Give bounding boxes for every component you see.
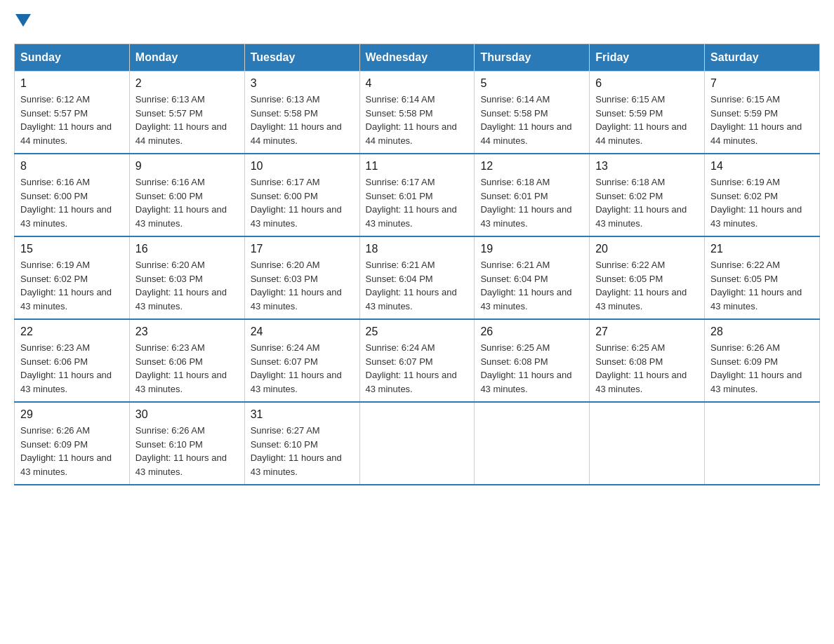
calendar-cell: 20 Sunrise: 6:22 AM Sunset: 6:05 PM Dayl… xyxy=(590,236,705,319)
day-number: 9 xyxy=(135,160,239,173)
day-info: Sunrise: 6:22 AM Sunset: 6:05 PM Dayligh… xyxy=(710,258,814,313)
day-number: 2 xyxy=(135,77,239,90)
day-info: Sunrise: 6:17 AM Sunset: 6:01 PM Dayligh… xyxy=(366,175,469,230)
calendar-cell: 13 Sunrise: 6:18 AM Sunset: 6:02 PM Dayl… xyxy=(590,154,705,236)
calendar-cell: 4 Sunrise: 6:14 AM Sunset: 5:58 PM Dayli… xyxy=(359,72,475,154)
calendar-cell: 23 Sunrise: 6:23 AM Sunset: 6:06 PM Dayl… xyxy=(129,319,244,402)
calendar-header-row: SundayMondayTuesdayWednesdayThursdayFrid… xyxy=(15,44,820,72)
calendar-cell: 22 Sunrise: 6:23 AM Sunset: 6:06 PM Dayl… xyxy=(15,319,130,402)
calendar-cell: 29 Sunrise: 6:26 AM Sunset: 6:09 PM Dayl… xyxy=(15,402,130,485)
calendar-cell xyxy=(705,402,820,485)
day-number: 10 xyxy=(251,160,354,173)
day-info: Sunrise: 6:22 AM Sunset: 6:05 PM Dayligh… xyxy=(595,258,699,313)
calendar-week-row: 22 Sunrise: 6:23 AM Sunset: 6:06 PM Dayl… xyxy=(15,319,820,402)
calendar-cell: 16 Sunrise: 6:20 AM Sunset: 6:03 PM Dayl… xyxy=(129,236,244,319)
day-number: 8 xyxy=(20,160,124,173)
day-info: Sunrise: 6:24 AM Sunset: 6:07 PM Dayligh… xyxy=(366,341,469,396)
day-info: Sunrise: 6:25 AM Sunset: 6:08 PM Dayligh… xyxy=(480,341,583,396)
day-info: Sunrise: 6:27 AM Sunset: 6:10 PM Dayligh… xyxy=(251,424,354,478)
header-thursday: Thursday xyxy=(475,44,590,72)
calendar-cell: 2 Sunrise: 6:13 AM Sunset: 5:57 PM Dayli… xyxy=(129,72,244,154)
calendar-cell xyxy=(475,402,590,485)
day-number: 12 xyxy=(480,160,583,173)
day-number: 19 xyxy=(480,243,583,255)
day-number: 4 xyxy=(366,77,469,90)
day-info: Sunrise: 6:19 AM Sunset: 6:02 PM Dayligh… xyxy=(20,258,124,313)
calendar-cell: 5 Sunrise: 6:14 AM Sunset: 5:58 PM Dayli… xyxy=(475,72,590,154)
day-number: 7 xyxy=(710,77,814,90)
calendar-week-row: 1 Sunrise: 6:12 AM Sunset: 5:57 PM Dayli… xyxy=(15,72,820,154)
day-number: 17 xyxy=(251,243,354,255)
day-info: Sunrise: 6:18 AM Sunset: 6:01 PM Dayligh… xyxy=(480,175,583,230)
day-number: 1 xyxy=(20,77,124,90)
calendar-cell: 7 Sunrise: 6:15 AM Sunset: 5:59 PM Dayli… xyxy=(705,72,820,154)
calendar-cell: 6 Sunrise: 6:15 AM Sunset: 5:59 PM Dayli… xyxy=(590,72,705,154)
calendar-week-row: 8 Sunrise: 6:16 AM Sunset: 6:00 PM Dayli… xyxy=(15,154,820,236)
day-info: Sunrise: 6:18 AM Sunset: 6:02 PM Dayligh… xyxy=(595,175,699,230)
day-info: Sunrise: 6:16 AM Sunset: 6:00 PM Dayligh… xyxy=(135,175,239,230)
day-info: Sunrise: 6:14 AM Sunset: 5:58 PM Dayligh… xyxy=(480,93,583,147)
day-number: 21 xyxy=(710,243,814,255)
day-info: Sunrise: 6:26 AM Sunset: 6:09 PM Dayligh… xyxy=(20,424,124,478)
logo-triangle-icon xyxy=(15,14,31,29)
day-info: Sunrise: 6:17 AM Sunset: 6:00 PM Dayligh… xyxy=(251,175,354,230)
calendar-cell: 3 Sunrise: 6:13 AM Sunset: 5:58 PM Dayli… xyxy=(244,72,359,154)
day-number: 11 xyxy=(366,160,469,173)
day-number: 29 xyxy=(20,408,124,421)
svg-marker-0 xyxy=(15,14,31,27)
day-number: 20 xyxy=(595,243,699,255)
day-info: Sunrise: 6:20 AM Sunset: 6:03 PM Dayligh… xyxy=(251,258,354,313)
calendar-cell: 8 Sunrise: 6:16 AM Sunset: 6:00 PM Dayli… xyxy=(15,154,130,236)
calendar-cell: 15 Sunrise: 6:19 AM Sunset: 6:02 PM Dayl… xyxy=(15,236,130,319)
logo xyxy=(14,14,31,29)
day-info: Sunrise: 6:26 AM Sunset: 6:10 PM Dayligh… xyxy=(135,424,239,478)
day-info: Sunrise: 6:20 AM Sunset: 6:03 PM Dayligh… xyxy=(135,258,239,313)
calendar-cell: 9 Sunrise: 6:16 AM Sunset: 6:00 PM Dayli… xyxy=(129,154,244,236)
header-monday: Monday xyxy=(129,44,244,72)
day-number: 23 xyxy=(135,326,239,338)
day-number: 5 xyxy=(480,77,583,90)
day-number: 25 xyxy=(366,326,469,338)
calendar-week-row: 29 Sunrise: 6:26 AM Sunset: 6:09 PM Dayl… xyxy=(15,402,820,485)
calendar-cell: 21 Sunrise: 6:22 AM Sunset: 6:05 PM Dayl… xyxy=(705,236,820,319)
calendar-cell: 17 Sunrise: 6:20 AM Sunset: 6:03 PM Dayl… xyxy=(244,236,359,319)
day-number: 13 xyxy=(595,160,699,173)
calendar-table: SundayMondayTuesdayWednesdayThursdayFrid… xyxy=(14,43,820,485)
day-number: 14 xyxy=(710,160,814,173)
day-number: 3 xyxy=(251,77,354,90)
day-info: Sunrise: 6:15 AM Sunset: 5:59 PM Dayligh… xyxy=(710,93,814,147)
day-number: 27 xyxy=(595,326,699,338)
calendar-cell: 30 Sunrise: 6:26 AM Sunset: 6:10 PM Dayl… xyxy=(129,402,244,485)
calendar-cell: 14 Sunrise: 6:19 AM Sunset: 6:02 PM Dayl… xyxy=(705,154,820,236)
calendar-cell: 25 Sunrise: 6:24 AM Sunset: 6:07 PM Dayl… xyxy=(359,319,475,402)
header-sunday: Sunday xyxy=(15,44,130,72)
day-info: Sunrise: 6:26 AM Sunset: 6:09 PM Dayligh… xyxy=(710,341,814,396)
day-info: Sunrise: 6:24 AM Sunset: 6:07 PM Dayligh… xyxy=(251,341,354,396)
day-info: Sunrise: 6:21 AM Sunset: 6:04 PM Dayligh… xyxy=(366,258,469,313)
header-wednesday: Wednesday xyxy=(359,44,475,72)
header-friday: Friday xyxy=(590,44,705,72)
day-info: Sunrise: 6:19 AM Sunset: 6:02 PM Dayligh… xyxy=(710,175,814,230)
day-number: 18 xyxy=(366,243,469,255)
calendar-cell: 28 Sunrise: 6:26 AM Sunset: 6:09 PM Dayl… xyxy=(705,319,820,402)
day-number: 22 xyxy=(20,326,124,338)
day-number: 31 xyxy=(251,408,354,421)
calendar-cell: 19 Sunrise: 6:21 AM Sunset: 6:04 PM Dayl… xyxy=(475,236,590,319)
header-tuesday: Tuesday xyxy=(244,44,359,72)
day-info: Sunrise: 6:21 AM Sunset: 6:04 PM Dayligh… xyxy=(480,258,583,313)
calendar-cell: 12 Sunrise: 6:18 AM Sunset: 6:01 PM Dayl… xyxy=(475,154,590,236)
calendar-cell: 27 Sunrise: 6:25 AM Sunset: 6:08 PM Dayl… xyxy=(590,319,705,402)
day-number: 6 xyxy=(595,77,699,90)
calendar-cell: 31 Sunrise: 6:27 AM Sunset: 6:10 PM Dayl… xyxy=(244,402,359,485)
day-number: 24 xyxy=(251,326,354,338)
day-info: Sunrise: 6:15 AM Sunset: 5:59 PM Dayligh… xyxy=(595,93,699,147)
day-number: 30 xyxy=(135,408,239,421)
day-info: Sunrise: 6:13 AM Sunset: 5:58 PM Dayligh… xyxy=(251,93,354,147)
day-info: Sunrise: 6:12 AM Sunset: 5:57 PM Dayligh… xyxy=(20,93,124,147)
calendar-cell: 11 Sunrise: 6:17 AM Sunset: 6:01 PM Dayl… xyxy=(359,154,475,236)
calendar-cell: 26 Sunrise: 6:25 AM Sunset: 6:08 PM Dayl… xyxy=(475,319,590,402)
header-saturday: Saturday xyxy=(705,44,820,72)
day-number: 26 xyxy=(480,326,583,338)
day-info: Sunrise: 6:25 AM Sunset: 6:08 PM Dayligh… xyxy=(595,341,699,396)
calendar-cell xyxy=(590,402,705,485)
